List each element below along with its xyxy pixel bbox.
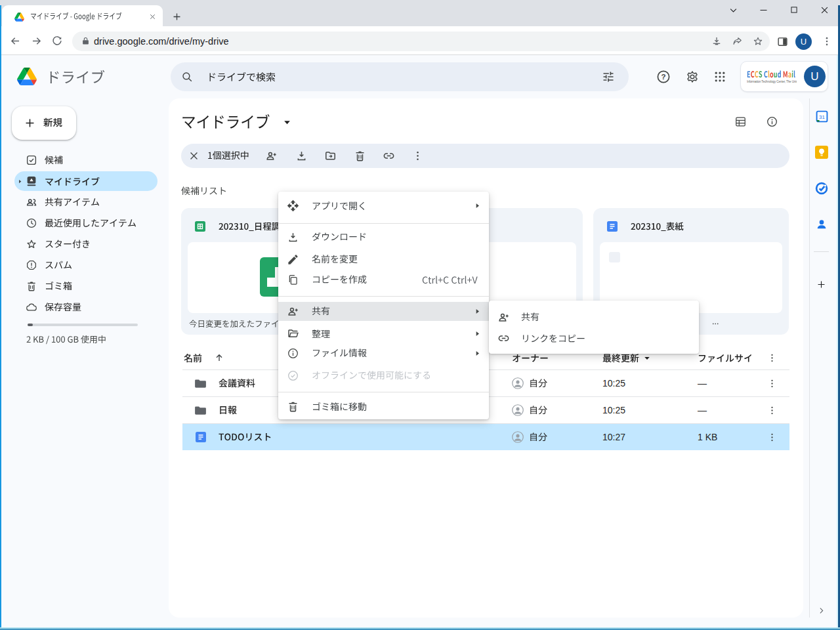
svg-text:?: ? xyxy=(661,73,665,81)
svg-text:31: 31 xyxy=(819,114,825,120)
